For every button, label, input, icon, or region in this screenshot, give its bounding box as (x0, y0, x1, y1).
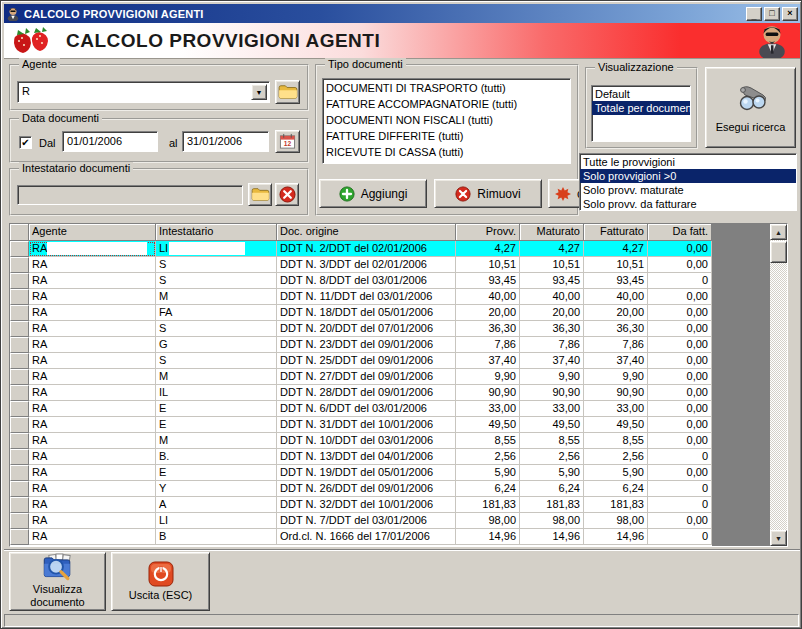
uscita-button[interactable]: Uscita (ESC) (111, 552, 210, 611)
row-selector[interactable] (10, 449, 29, 465)
table-row[interactable]: RALIDDT N. 7/DDT del 03/01/200698,0098,0… (10, 513, 787, 529)
row-selector[interactable] (10, 353, 29, 369)
tipo-documenti-legend: Tipo documenti (325, 58, 406, 70)
tipo-documenti-item[interactable]: FATTURE ACCOMPAGNATORIE (tutti) (323, 96, 570, 112)
cell-da-fatt: 0,00 (648, 513, 712, 529)
row-selector[interactable] (10, 529, 29, 545)
row-selector[interactable] (10, 433, 29, 449)
scrollbar-thumb[interactable] (770, 241, 787, 263)
intestatario-clear-button[interactable] (275, 183, 299, 206)
column-header-doc-origine[interactable]: Doc. origine (277, 224, 456, 241)
row-selector[interactable] (10, 321, 29, 337)
row-selector[interactable] (10, 273, 29, 289)
row-selector[interactable] (10, 481, 29, 497)
row-selector[interactable] (10, 369, 29, 385)
row-selector[interactable] (10, 401, 29, 417)
table-row[interactable]: RAILDDT N. 28/DDT del 09/01/200690,9090,… (10, 385, 787, 401)
provvigioni-filter-option[interactable]: Solo provv. da fatturare (580, 197, 796, 211)
table-row[interactable]: RAEDDT N. 6/DDT del 03/01/200633,0033,00… (10, 401, 787, 417)
close-button[interactable]: × (782, 7, 798, 21)
row-selector[interactable] (10, 241, 29, 257)
column-header-provv[interactable]: Provv. (456, 224, 520, 241)
tipo-documenti-item[interactable]: RICEVUTE DI CASSA (tutti) (323, 144, 570, 160)
cell-fatturato: 37,40 (584, 353, 648, 369)
agente-combobox[interactable]: R ▼ (17, 81, 270, 103)
maximize-button[interactable]: □ (764, 7, 780, 21)
uscita-label: Uscita (ESC) (129, 589, 193, 603)
table-row[interactable]: RASDDT N. 3/DDT del 02/01/200610,5110,51… (10, 257, 787, 273)
provvigioni-filter-listbox[interactable]: Tutte le provvigioniSolo provvigioni >0S… (579, 153, 797, 211)
cell-intestatario: S (156, 257, 277, 273)
data-al-input[interactable]: 31/01/2006 (182, 131, 269, 152)
row-selector[interactable] (10, 513, 29, 529)
chevron-down-icon[interactable]: ▼ (251, 84, 267, 100)
aggiungi-button[interactable]: Aggiungi (319, 179, 427, 208)
cell-fatturato: 98,00 (584, 513, 648, 529)
column-header-fatturato[interactable]: Fatturato (584, 224, 648, 241)
row-selector[interactable] (10, 305, 29, 321)
cell-provv: 33,00 (456, 401, 520, 417)
table-row[interactable]: RAGDDT N. 23/DDT del 09/01/20067,867,867… (10, 337, 787, 353)
table-row[interactable]: RASDDT N. 20/DDT del 07/01/200636,3036,3… (10, 321, 787, 337)
scroll-up-icon[interactable]: ▲ (770, 224, 787, 240)
column-header-agente[interactable]: Agente (29, 224, 156, 241)
intestatario-input[interactable] (17, 185, 243, 205)
row-selector[interactable] (10, 465, 29, 481)
cancella-button-clipped[interactable]: c (548, 179, 579, 208)
tipo-documenti-item[interactable]: FATTURE DIFFERITE (tutti) (323, 128, 570, 144)
cell-provv: 6,24 (456, 481, 520, 497)
cell-agente: RA (29, 449, 156, 465)
cell-agente: RA (29, 481, 156, 497)
row-selector[interactable] (10, 337, 29, 353)
row-selector[interactable] (10, 417, 29, 433)
row-selector[interactable] (10, 497, 29, 513)
tipo-documenti-listbox[interactable]: DOCUMENTI DI TRASPORTO (tutti)FATTURE AC… (322, 78, 571, 164)
agente-browse-button[interactable] (275, 80, 300, 104)
esegui-ricerca-button[interactable]: Esegui ricerca (705, 67, 796, 148)
table-row[interactable]: RALIDDT N. 2/DDT del 02/01/20064,274,274… (10, 241, 787, 257)
dal-checkbox[interactable]: ✔ (19, 136, 32, 149)
table-row[interactable]: RABOrd.cl. N. 1666 del 17/01/200614,9614… (10, 529, 787, 545)
provvigioni-filter-option[interactable]: Solo provvigioni >0 (580, 169, 796, 183)
table-row[interactable]: RAYDDT N. 26/DDT del 09/01/20066,246,246… (10, 481, 787, 497)
table-row[interactable]: RAMDDT N. 10/DDT del 03/01/20068,558,558… (10, 433, 787, 449)
table-row[interactable]: RAMDDT N. 27/DDT del 09/01/20069,909,909… (10, 369, 787, 385)
vertical-scrollbar[interactable]: ▲ ▼ (770, 224, 787, 546)
calendar-button[interactable]: 12 (275, 130, 300, 153)
table-row[interactable]: RAMDDT N. 11/DDT del 03/01/200640,0040,0… (10, 289, 787, 305)
cell-intestatario: A (156, 497, 277, 513)
intestatario-browse-button[interactable] (248, 183, 272, 206)
titlebar[interactable]: CALCOLO PROVVIGIONI AGENTI _ □ × (4, 4, 800, 23)
visualizzazione-option[interactable]: Default (592, 87, 690, 101)
column-header-intestatario[interactable]: Intestatario (156, 224, 277, 241)
visualizzazione-option[interactable]: Totale per documento (592, 101, 690, 115)
cell-agente: RA (29, 433, 156, 449)
visualizzazione-listbox[interactable]: DefaultTotale per documento (591, 85, 691, 142)
cell-da-fatt: 0 (648, 449, 712, 465)
table-row[interactable]: RASDDT N. 8/DDT del 03/01/200693,4593,45… (10, 273, 787, 289)
table-row[interactable]: RAB.DDT N. 13/DDT del 04/01/20062,562,56… (10, 449, 787, 465)
minimize-button[interactable]: _ (746, 7, 762, 21)
data-dal-input[interactable]: 01/01/2006 (62, 131, 158, 152)
table-row[interactable]: RAADDT N. 32/DDT del 10/01/2006181,83181… (10, 497, 787, 513)
cell-maturato: 7,86 (520, 337, 584, 353)
column-header-maturato[interactable]: Maturato (520, 224, 584, 241)
row-selector[interactable] (10, 257, 29, 273)
tipo-documenti-item[interactable]: DOCUMENTI NON FISCALI (tutti) (323, 112, 570, 128)
rimuovi-button[interactable]: Rimuovi (434, 179, 542, 208)
table-row[interactable]: RASDDT N. 25/DDT del 09/01/200637,4037,4… (10, 353, 787, 369)
scroll-down-icon[interactable]: ▼ (770, 530, 787, 546)
provvigioni-filter-option[interactable]: Tutte le provvigioni (580, 155, 796, 169)
table-row[interactable]: RAFADDT N. 18/DDT del 05/01/200620,0020,… (10, 305, 787, 321)
cell-doc-origine: DDT N. 6/DDT del 03/01/2006 (277, 401, 456, 417)
column-header-da-fatt[interactable]: Da fatt. (648, 224, 712, 241)
row-selector[interactable] (10, 289, 29, 305)
provvigioni-filter-option[interactable]: Solo provv. maturate (580, 183, 796, 197)
cell-provv: 93,45 (456, 273, 520, 289)
table-row[interactable]: RAEDDT N. 31/DDT del 10/01/200649,5049,5… (10, 417, 787, 433)
tipo-documenti-item[interactable]: DOCUMENTI DI TRASPORTO (tutti) (323, 80, 570, 96)
visualizza-documento-button[interactable]: Visualizza documento (9, 552, 106, 611)
cell-fatturato: 20,00 (584, 305, 648, 321)
table-row[interactable]: RAEDDT N. 19/DDT del 05/01/20065,905,905… (10, 465, 787, 481)
row-selector[interactable] (10, 385, 29, 401)
